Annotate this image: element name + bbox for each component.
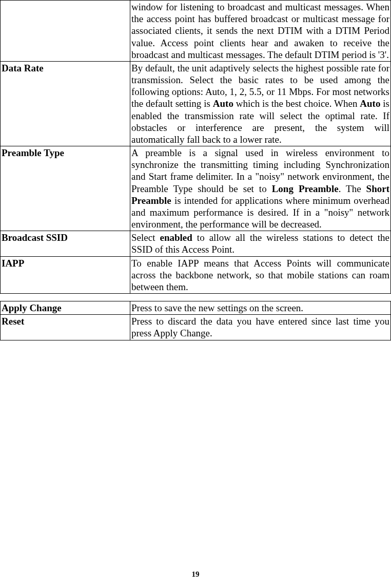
row-label: Data Rate (1, 61, 130, 146)
row-description: By default, the unit adaptively selects … (130, 61, 391, 146)
row-label: Apply Change (1, 301, 130, 315)
table-row: Data RateBy default, the unit adaptively… (1, 61, 391, 146)
row-label: Reset (1, 315, 130, 340)
row-label (1, 1, 130, 62)
row-description: A preamble is a signal used in wireless … (130, 146, 391, 231)
table-row: Broadcast SSIDSelect enabled to allow al… (1, 231, 391, 256)
row-description: window for listening to broadcast and mu… (130, 1, 391, 62)
row-description: To enable IAPP means that Access Points … (130, 256, 391, 294)
parameters-table-2-body: Apply ChangePress to save the new settin… (1, 301, 391, 340)
page-number: 19 (0, 570, 391, 579)
row-description: Press to discard the data you have enter… (130, 315, 391, 340)
table-row: ResetPress to discard the data you have … (1, 315, 391, 340)
table-row: Preamble TypeA preamble is a signal used… (1, 146, 391, 231)
row-label: Broadcast SSID (1, 231, 130, 256)
row-label: Preamble Type (1, 146, 130, 231)
parameters-table-1: window for listening to broadcast and mu… (0, 0, 391, 294)
parameters-table-1-body: window for listening to broadcast and mu… (1, 1, 391, 294)
table-row: window for listening to broadcast and mu… (1, 1, 391, 62)
row-label: IAPP (1, 256, 130, 294)
parameters-table-2: Apply ChangePress to save the new settin… (0, 301, 391, 340)
table-row: Apply ChangePress to save the new settin… (1, 301, 391, 315)
table-row: IAPPTo enable IAPP means that Access Poi… (1, 256, 391, 294)
page-content: window for listening to broadcast and mu… (0, 0, 391, 340)
row-description: Press to save the new settings on the sc… (130, 301, 391, 315)
row-description: Select enabled to allow all the wireless… (130, 231, 391, 256)
table-gap (0, 294, 391, 301)
